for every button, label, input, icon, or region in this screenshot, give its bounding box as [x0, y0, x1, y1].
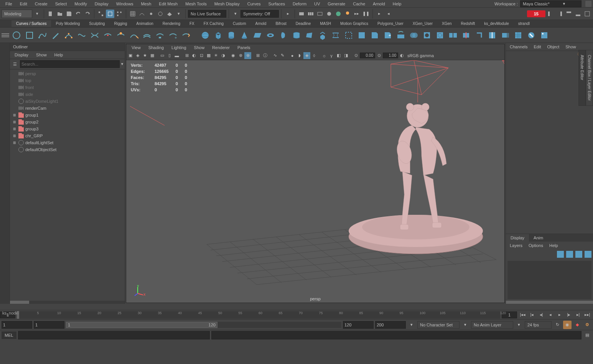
vp-menu-show[interactable]: Show	[190, 45, 209, 50]
outliner-item[interactable]: ⊞group3	[11, 125, 124, 132]
expand-icon[interactable]: ⊞	[12, 113, 17, 117]
grid-icon[interactable]: ⊞	[254, 52, 261, 59]
image-plane-icon[interactable]: ▦	[149, 52, 156, 59]
sidebar-toggle3-button[interactable]	[565, 10, 573, 18]
cb-menu-show[interactable]: Show	[562, 44, 579, 49]
shelf-tab-arnold[interactable]: Arnold	[250, 20, 271, 27]
chevron-down-icon[interactable]: ▾	[407, 321, 416, 329]
view-transform-icon[interactable]: ◧	[335, 52, 342, 59]
vp-menu-renderer[interactable]: Renderer	[208, 45, 234, 50]
select-by-object-button[interactable]	[106, 10, 114, 18]
shelf-tab-xgenuser[interactable]: XGen_User	[408, 20, 437, 27]
shelf-tab-mograph[interactable]: Motion Graphics	[336, 20, 373, 27]
outliner-item[interactable]: ⊞group1	[11, 112, 124, 119]
outliner-item[interactable]: ⊞chr_GRP	[11, 132, 124, 139]
render-sequence-button[interactable]	[306, 10, 315, 18]
pencil-curve-icon[interactable]	[50, 30, 61, 41]
chevron-down-icon[interactable]: ▾	[33, 10, 41, 18]
outliner-item[interactable]: front	[11, 84, 124, 91]
outliner-item[interactable]: persp	[11, 70, 124, 77]
ep-curve-icon[interactable]	[37, 30, 48, 41]
go-end-button[interactable]: ▸▸|	[583, 311, 591, 319]
range-slider-track[interactable]: 1 120	[66, 322, 341, 328]
play-back-button[interactable]: ◂	[546, 311, 555, 319]
vp-menu-shading[interactable]: Shading	[145, 45, 168, 50]
layer-list[interactable]	[507, 261, 591, 299]
viewport-canvas[interactable]: Verts:4249700Edges:12666500Faces:8429500…	[126, 60, 504, 303]
create-layer-selection-icon[interactable]	[585, 251, 591, 258]
vp-menu-panels[interactable]: Panels	[234, 45, 254, 50]
curve-attach-icon[interactable]	[89, 30, 100, 41]
expand-icon[interactable]: ⊞	[12, 134, 17, 138]
nurbs-cone-icon[interactable]	[239, 30, 250, 41]
step-forward-button[interactable]: |▸	[565, 311, 573, 319]
nurbs-square-icon[interactable]	[24, 30, 35, 41]
menu-arnold[interactable]: Arnold	[369, 2, 389, 6]
shelf-tab-xgen[interactable]: XGen	[437, 20, 456, 27]
chevron-down-icon[interactable]: ▾	[515, 321, 523, 329]
menu-help[interactable]: Help	[389, 2, 405, 6]
gamma-slider-icon[interactable]: ⊙	[376, 52, 382, 59]
shelf-tab-rigging[interactable]: Rigging	[109, 20, 132, 27]
command-language-label[interactable]: MEL	[2, 331, 16, 339]
shelf-tab-ksdev[interactable]: ks_devModule	[479, 20, 513, 27]
ao-icon[interactable]: ●	[289, 52, 296, 59]
menu-edit[interactable]: Edit	[16, 2, 31, 6]
exposure-slider-icon[interactable]: ⊙	[353, 52, 359, 59]
menu-meshdisplay[interactable]: Mesh Display	[211, 2, 244, 6]
birail-icon[interactable]	[330, 30, 341, 41]
sidebar-toggle2-button[interactable]	[555, 10, 564, 18]
auto-key-button[interactable]: ◉	[563, 321, 572, 329]
boundary-icon[interactable]	[343, 30, 354, 41]
shelf-tab-poly[interactable]: Poly Modeling	[51, 20, 84, 27]
light-editor-button[interactable]	[343, 10, 352, 18]
curve-rebuild-icon[interactable]	[154, 30, 166, 41]
shelf-tab-rendering[interactable]: Rendering	[158, 20, 185, 27]
anim-layer-dropdown[interactable]: No Anim Layer	[471, 321, 513, 329]
exposure-value[interactable]: 0.00	[360, 53, 375, 58]
cb-menu-object[interactable]: Object	[544, 44, 562, 49]
curve-extend-icon[interactable]	[128, 30, 140, 41]
range-end-inner[interactable]	[343, 321, 374, 329]
project-curve-icon[interactable]	[395, 30, 407, 41]
ipr-render-button[interactable]	[316, 10, 324, 18]
save-scene-button[interactable]	[65, 10, 73, 18]
range-slider-handle[interactable]: 1 120	[66, 322, 217, 328]
snap-point-button[interactable]	[147, 10, 155, 18]
motion-trail-icon[interactable]: ∿	[272, 52, 278, 59]
menu-modify[interactable]: Modify	[71, 2, 91, 6]
open-scene-button[interactable]	[56, 10, 64, 18]
tab-channelbox[interactable]: Channel Box / Layer Editor	[586, 50, 593, 106]
shelf-tab-fx[interactable]: FX	[185, 20, 199, 27]
outliner-item[interactable]: defaultObjectSet	[11, 146, 124, 153]
loft-icon[interactable]	[291, 30, 302, 41]
nurbs-cylinder-icon[interactable]	[226, 30, 237, 41]
lock-icon[interactable]	[585, 1, 591, 7]
grease-pencil-icon[interactable]: ✎	[279, 52, 286, 59]
square-surface-icon[interactable]	[356, 30, 367, 41]
bezier-curve-icon[interactable]	[76, 30, 87, 41]
trim-icon[interactable]	[421, 30, 433, 41]
prefs-button[interactable]: ⚙	[583, 321, 591, 329]
motion-blur-icon[interactable]: ◗	[296, 52, 303, 59]
select-camera-icon[interactable]: ▣	[127, 52, 134, 59]
sidebar-toggle1-button[interactable]	[546, 10, 555, 18]
pause-button[interactable]: ❚❚	[362, 10, 370, 18]
nurbs-cube-icon[interactable]	[212, 30, 224, 41]
search-icon[interactable]: ☰	[11, 60, 19, 68]
snap-curve-button[interactable]	[138, 10, 146, 18]
menu-select[interactable]: Select	[51, 2, 71, 6]
construction-history-button[interactable]: ▸	[284, 10, 292, 18]
outliner-item[interactable]: top	[11, 77, 124, 84]
script-editor-button[interactable]: ▤	[583, 331, 591, 339]
extend-surface-icon[interactable]	[499, 30, 511, 41]
menu-generate[interactable]: Generate	[324, 2, 349, 6]
range-start-inner[interactable]	[34, 321, 64, 329]
outliner-menu-display[interactable]: Display	[11, 53, 32, 57]
symmetry-field[interactable]: Symmetry: Off	[240, 10, 279, 18]
isolate-icon[interactable]: ◉	[230, 52, 237, 59]
menu-deform[interactable]: Deform	[289, 2, 310, 6]
camera-icon[interactable]: ◈	[134, 52, 141, 59]
outliner-item[interactable]: renderCam	[11, 105, 124, 112]
move-layer-down-icon[interactable]	[566, 251, 573, 258]
